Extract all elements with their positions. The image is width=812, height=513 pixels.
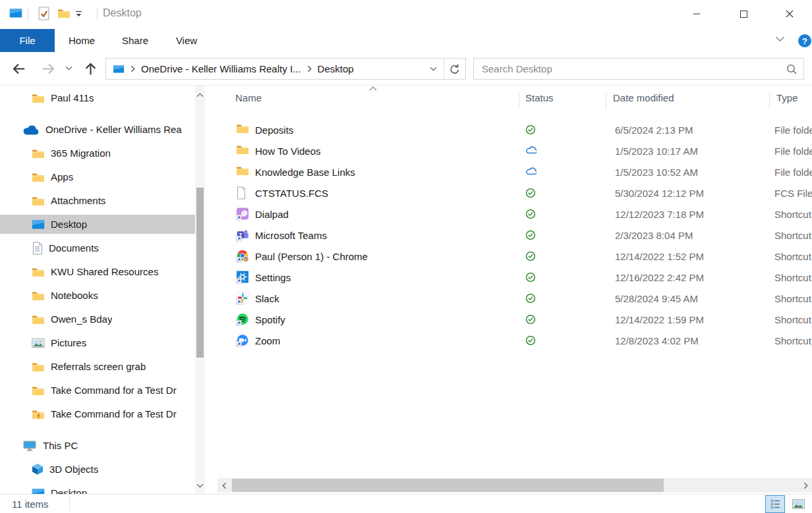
column-header-status[interactable]: Status xyxy=(525,86,554,109)
sidebar-item-label: KWU Shared Resources xyxy=(51,266,158,277)
scroll-left-icon[interactable] xyxy=(219,478,229,493)
title-bar: Desktop xyxy=(0,0,812,29)
dialpad-shortcut-icon xyxy=(236,207,249,221)
pictures-icon xyxy=(32,338,45,348)
scroll-up-icon[interactable] xyxy=(195,90,205,100)
sidebar-item-pictures[interactable]: Pictures xyxy=(0,333,196,352)
sidebar-item-this-pc[interactable]: This PC xyxy=(0,436,196,455)
file-row-zoom[interactable]: Zoom 12/8/2023 4:02 PM Shortcut xyxy=(218,330,812,351)
up-icon[interactable] xyxy=(82,61,99,77)
details-view-button[interactable] xyxy=(765,495,785,513)
forward-icon[interactable] xyxy=(40,61,57,77)
file-row-spotify[interactable]: Spotify 12/14/2022 1:59 PM Shortcut xyxy=(218,309,812,330)
folder-icon xyxy=(236,123,249,136)
breadcrumb-root[interactable]: OneDrive - Keller Williams Realty I... xyxy=(141,63,301,74)
qat-dropdown-icon[interactable] xyxy=(74,11,83,18)
maximize-icon xyxy=(740,11,747,18)
column-header-date-modified[interactable]: Date modified xyxy=(613,86,674,109)
tab-view[interactable]: View xyxy=(167,29,206,52)
column-divider[interactable] xyxy=(519,92,519,109)
file-type: File folder xyxy=(774,124,812,136)
sidebar-item-label: 3D Objects xyxy=(49,464,98,475)
sidebar-item-take-command-folder[interactable]: Take Command for a Test Dr xyxy=(0,381,196,400)
zoom-shortcut-icon xyxy=(236,334,249,347)
scrollbar-thumb[interactable] xyxy=(232,479,664,492)
sidebar-item-notebooks[interactable]: Notebooks xyxy=(0,286,196,305)
file-row-deposits[interactable]: Deposits 6/5/2024 2:13 PM File folder xyxy=(218,119,812,140)
collapse-ribbon-icon[interactable] xyxy=(775,36,785,42)
folder-icon xyxy=(32,267,45,277)
tab-home[interactable]: Home xyxy=(63,29,101,52)
recent-locations-icon[interactable] xyxy=(65,66,72,70)
file-row-knowledge-base-links[interactable]: Knowledge Base Links 1/5/2023 10:52 AM F… xyxy=(218,161,812,182)
sidebar-item-referrals-screen-grab[interactable]: Referrals screen grab xyxy=(0,357,196,376)
file-row-chrome-profile[interactable]: Paul (Person 1) - Chrome 12/14/2022 1:52… xyxy=(218,246,812,267)
window-title: Desktop xyxy=(103,7,142,19)
column-divider[interactable] xyxy=(769,92,770,109)
scroll-down-icon[interactable] xyxy=(195,480,205,491)
minimize-button[interactable] xyxy=(682,0,712,28)
breadcrumb-current[interactable]: Desktop xyxy=(318,63,354,74)
sidebar-item-desktop-pc[interactable]: Desktop xyxy=(0,483,196,494)
tab-share[interactable]: Share xyxy=(116,29,154,52)
search-box[interactable] xyxy=(473,58,804,80)
sidebar-scrollbar[interactable] xyxy=(195,86,205,494)
search-input[interactable] xyxy=(482,59,772,79)
thumbnails-view-button[interactable] xyxy=(788,495,808,513)
sidebar-item-owen-s-bday[interactable]: Owen_s Bday xyxy=(0,310,196,329)
sidebar-item-take-command-zip[interactable]: Take Command for a Test Dr xyxy=(0,404,196,423)
sidebar-item-kwu-shared-resources[interactable]: KWU Shared Resources xyxy=(0,262,196,281)
desktop-icon xyxy=(32,219,45,230)
file-row-microsoft-teams[interactable]: T Microsoft Teams 2/3/2023 8:04 PM Short… xyxy=(218,225,812,246)
address-bar[interactable]: OneDrive - Keller Williams Realty I... D… xyxy=(105,58,466,80)
sidebar-item-label: Pictures xyxy=(51,337,86,348)
computer-icon xyxy=(22,440,37,452)
maximize-button[interactable] xyxy=(728,0,759,28)
close-button[interactable] xyxy=(774,0,805,28)
breadcrumb-chevron-icon[interactable] xyxy=(130,65,135,72)
file-name: Knowledge Base Links xyxy=(255,167,355,178)
status-bar: 11 items xyxy=(0,494,812,513)
file-date: 1/5/2023 10:52 AM xyxy=(615,167,698,178)
sidebar-item-desktop[interactable]: Desktop xyxy=(0,215,196,234)
teams-shortcut-icon: T xyxy=(236,229,249,242)
file-name: Zoom xyxy=(255,335,280,346)
sidebar-item-365-migration[interactable]: 365 Migration xyxy=(0,144,196,163)
breadcrumb-chevron-icon[interactable] xyxy=(307,65,312,72)
file-row-ctstatus-fcs[interactable]: CTSTATUS.FCS 5/30/2024 12:12 PM FCS File xyxy=(218,182,812,203)
scrollbar-thumb[interactable] xyxy=(196,188,204,358)
file-type: Shortcut xyxy=(774,335,811,346)
sidebar-item-label: Notebooks xyxy=(51,290,98,301)
sidebar-item-documents[interactable]: Documents xyxy=(0,238,196,257)
sync-ok-icon xyxy=(525,272,536,283)
file-row-how-to-videos[interactable]: How To Videos 1/5/2023 10:17 AM File fol… xyxy=(218,140,812,161)
refresh-icon[interactable] xyxy=(448,63,461,76)
address-dropdown-icon[interactable] xyxy=(430,67,437,71)
folder-icon xyxy=(32,93,45,103)
file-row-slack[interactable]: Slack 5/28/2024 9:45 AM Shortcut xyxy=(218,288,812,309)
chrome-shortcut-icon xyxy=(236,250,249,263)
sidebar-item-3d-objects[interactable]: 3D Objects xyxy=(0,460,196,479)
folder-icon xyxy=(32,196,45,206)
sidebar-item-paul-411s[interactable]: Paul 411s xyxy=(0,88,196,107)
sidebar-item-onedrive[interactable]: OneDrive - Keller Williams Rea xyxy=(0,120,196,139)
sidebar-item-attachments[interactable]: Attachments xyxy=(0,191,196,210)
horizontal-scrollbar[interactable] xyxy=(218,478,812,493)
column-header-type[interactable]: Type xyxy=(776,86,798,109)
file-type: Shortcut xyxy=(774,230,811,241)
file-name: Paul (Person 1) - Chrome xyxy=(255,251,368,262)
search-icon[interactable] xyxy=(786,63,798,75)
column-divider[interactable] xyxy=(606,92,606,109)
scroll-right-icon[interactable] xyxy=(800,478,811,493)
properties-check-icon[interactable] xyxy=(37,6,51,21)
back-icon[interactable] xyxy=(11,61,27,77)
file-row-settings[interactable]: Settings 12/16/2022 2:42 PM Shortcut xyxy=(218,267,812,288)
tab-file[interactable]: File xyxy=(0,29,55,52)
slack-shortcut-icon xyxy=(236,292,249,305)
column-header-name[interactable]: Name xyxy=(235,86,262,109)
file-date: 5/30/2024 12:12 PM xyxy=(615,188,704,199)
new-folder-icon[interactable] xyxy=(57,8,71,18)
help-button[interactable]: ? xyxy=(798,34,811,47)
sidebar-item-apps[interactable]: Apps xyxy=(0,167,196,186)
file-row-dialpad[interactable]: Dialpad 12/12/2023 7:18 PM Shortcut xyxy=(218,203,812,225)
